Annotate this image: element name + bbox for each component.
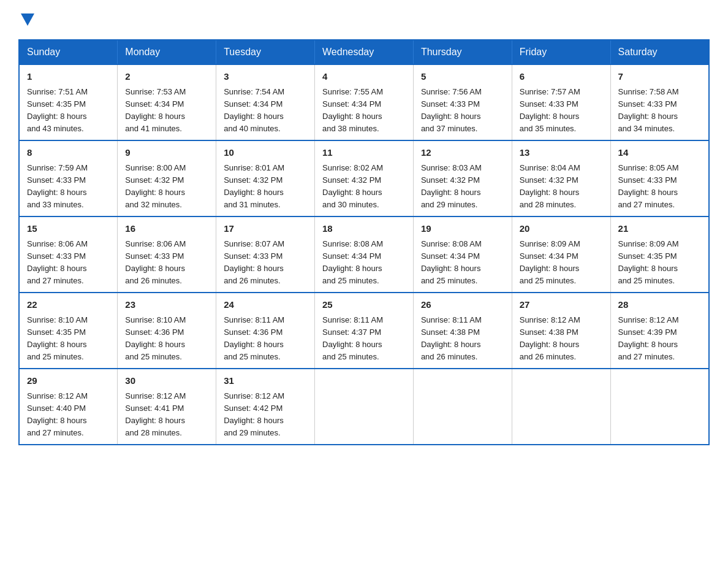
calendar-cell: 19Sunrise: 8:08 AMSunset: 4:34 PMDayligh… bbox=[413, 216, 512, 293]
calendar-cell: 14Sunrise: 8:05 AMSunset: 4:33 PMDayligh… bbox=[610, 140, 709, 216]
day-number: 3 bbox=[224, 70, 307, 84]
calendar-cell: 8Sunrise: 7:59 AMSunset: 4:33 PMDaylight… bbox=[19, 140, 118, 216]
calendar-cell: 1Sunrise: 7:51 AMSunset: 4:35 PMDaylight… bbox=[19, 64, 118, 140]
day-info: Sunrise: 8:12 AMSunset: 4:40 PMDaylight:… bbox=[27, 390, 110, 440]
logo-triangle-icon bbox=[21, 13, 34, 26]
calendar-cell: 15Sunrise: 8:06 AMSunset: 4:33 PMDayligh… bbox=[19, 216, 118, 293]
page-header bbox=[18, 12, 710, 28]
calendar-cell: 13Sunrise: 8:04 AMSunset: 4:32 PMDayligh… bbox=[512, 140, 610, 216]
calendar-cell: 17Sunrise: 8:07 AMSunset: 4:33 PMDayligh… bbox=[216, 216, 315, 293]
day-info: Sunrise: 8:12 AMSunset: 4:42 PMDaylight:… bbox=[224, 390, 307, 440]
day-number: 6 bbox=[520, 70, 603, 84]
calendar-cell: 27Sunrise: 8:12 AMSunset: 4:38 PMDayligh… bbox=[512, 293, 610, 369]
calendar-cell: 18Sunrise: 8:08 AMSunset: 4:34 PMDayligh… bbox=[315, 216, 414, 293]
day-number: 20 bbox=[520, 222, 603, 236]
day-number: 8 bbox=[27, 146, 110, 160]
day-number: 17 bbox=[224, 222, 307, 236]
day-info: Sunrise: 8:08 AMSunset: 4:34 PMDaylight:… bbox=[421, 238, 504, 288]
calendar-cell: 6Sunrise: 7:57 AMSunset: 4:33 PMDaylight… bbox=[512, 64, 610, 140]
day-header-row: SundayMondayTuesdayWednesdayThursdayFrid… bbox=[19, 40, 709, 64]
day-number: 1 bbox=[27, 70, 110, 84]
calendar-cell: 9Sunrise: 8:00 AMSunset: 4:32 PMDaylight… bbox=[118, 140, 216, 216]
day-number: 9 bbox=[125, 146, 208, 160]
day-info: Sunrise: 8:10 AMSunset: 4:35 PMDaylight:… bbox=[27, 314, 110, 364]
day-info: Sunrise: 8:12 AMSunset: 4:38 PMDaylight:… bbox=[520, 314, 603, 364]
day-info: Sunrise: 7:59 AMSunset: 4:33 PMDaylight:… bbox=[27, 162, 110, 212]
day-number: 12 bbox=[421, 146, 504, 160]
calendar-cell: 22Sunrise: 8:10 AMSunset: 4:35 PMDayligh… bbox=[19, 293, 118, 369]
calendar-cell: 20Sunrise: 8:09 AMSunset: 4:34 PMDayligh… bbox=[512, 216, 610, 293]
week-row-2: 8Sunrise: 7:59 AMSunset: 4:33 PMDaylight… bbox=[19, 140, 709, 216]
day-number: 7 bbox=[618, 70, 701, 84]
calendar-cell bbox=[315, 369, 414, 445]
logo bbox=[18, 12, 34, 28]
calendar-cell: 26Sunrise: 8:11 AMSunset: 4:38 PMDayligh… bbox=[413, 293, 512, 369]
day-of-week-wednesday: Wednesday bbox=[315, 40, 414, 64]
day-info: Sunrise: 8:01 AMSunset: 4:32 PMDaylight:… bbox=[224, 162, 307, 212]
calendar-cell: 2Sunrise: 7:53 AMSunset: 4:34 PMDaylight… bbox=[118, 64, 216, 140]
day-info: Sunrise: 8:09 AMSunset: 4:35 PMDaylight:… bbox=[618, 238, 701, 288]
day-number: 30 bbox=[125, 374, 208, 388]
day-info: Sunrise: 8:09 AMSunset: 4:34 PMDaylight:… bbox=[520, 238, 603, 288]
calendar-cell: 24Sunrise: 8:11 AMSunset: 4:36 PMDayligh… bbox=[216, 293, 315, 369]
day-info: Sunrise: 7:56 AMSunset: 4:33 PMDaylight:… bbox=[421, 86, 504, 136]
calendar-cell: 5Sunrise: 7:56 AMSunset: 4:33 PMDaylight… bbox=[413, 64, 512, 140]
calendar-cell bbox=[512, 369, 610, 445]
day-info: Sunrise: 8:00 AMSunset: 4:32 PMDaylight:… bbox=[125, 162, 208, 212]
day-info: Sunrise: 8:11 AMSunset: 4:38 PMDaylight:… bbox=[421, 314, 504, 364]
day-number: 29 bbox=[27, 374, 110, 388]
day-number: 2 bbox=[125, 70, 208, 84]
week-row-1: 1Sunrise: 7:51 AMSunset: 4:35 PMDaylight… bbox=[19, 64, 709, 140]
day-of-week-thursday: Thursday bbox=[413, 40, 512, 64]
day-info: Sunrise: 8:07 AMSunset: 4:33 PMDaylight:… bbox=[224, 238, 307, 288]
day-number: 25 bbox=[322, 298, 406, 312]
day-number: 11 bbox=[322, 146, 406, 160]
day-number: 31 bbox=[224, 374, 307, 388]
day-of-week-monday: Monday bbox=[118, 40, 216, 64]
calendar-cell: 10Sunrise: 8:01 AMSunset: 4:32 PMDayligh… bbox=[216, 140, 315, 216]
calendar-cell: 29Sunrise: 8:12 AMSunset: 4:40 PMDayligh… bbox=[19, 369, 118, 445]
day-info: Sunrise: 7:55 AMSunset: 4:34 PMDaylight:… bbox=[322, 86, 406, 136]
day-of-week-saturday: Saturday bbox=[610, 40, 709, 64]
day-number: 27 bbox=[520, 298, 603, 312]
day-number: 19 bbox=[421, 222, 504, 236]
calendar-cell: 21Sunrise: 8:09 AMSunset: 4:35 PMDayligh… bbox=[610, 216, 709, 293]
day-of-week-sunday: Sunday bbox=[19, 40, 118, 64]
day-info: Sunrise: 8:08 AMSunset: 4:34 PMDaylight:… bbox=[322, 238, 406, 288]
day-number: 13 bbox=[520, 146, 603, 160]
day-info: Sunrise: 7:57 AMSunset: 4:33 PMDaylight:… bbox=[520, 86, 603, 136]
day-number: 28 bbox=[618, 298, 701, 312]
day-number: 26 bbox=[421, 298, 504, 312]
calendar-cell bbox=[610, 369, 709, 445]
day-info: Sunrise: 8:12 AMSunset: 4:41 PMDaylight:… bbox=[125, 390, 208, 440]
week-row-3: 15Sunrise: 8:06 AMSunset: 4:33 PMDayligh… bbox=[19, 216, 709, 293]
calendar-table: SundayMondayTuesdayWednesdayThursdayFrid… bbox=[18, 39, 710, 445]
day-info: Sunrise: 8:06 AMSunset: 4:33 PMDaylight:… bbox=[27, 238, 110, 288]
calendar-cell: 23Sunrise: 8:10 AMSunset: 4:36 PMDayligh… bbox=[118, 293, 216, 369]
day-info: Sunrise: 7:58 AMSunset: 4:33 PMDaylight:… bbox=[618, 86, 701, 136]
day-number: 23 bbox=[125, 298, 208, 312]
day-info: Sunrise: 8:06 AMSunset: 4:33 PMDaylight:… bbox=[125, 238, 208, 288]
week-row-5: 29Sunrise: 8:12 AMSunset: 4:40 PMDayligh… bbox=[19, 369, 709, 445]
day-info: Sunrise: 8:11 AMSunset: 4:37 PMDaylight:… bbox=[322, 314, 406, 364]
calendar-cell: 3Sunrise: 7:54 AMSunset: 4:34 PMDaylight… bbox=[216, 64, 315, 140]
calendar-cell: 31Sunrise: 8:12 AMSunset: 4:42 PMDayligh… bbox=[216, 369, 315, 445]
day-of-week-tuesday: Tuesday bbox=[216, 40, 315, 64]
day-number: 21 bbox=[618, 222, 701, 236]
day-info: Sunrise: 7:54 AMSunset: 4:34 PMDaylight:… bbox=[224, 86, 307, 136]
day-info: Sunrise: 7:51 AMSunset: 4:35 PMDaylight:… bbox=[27, 86, 110, 136]
day-number: 24 bbox=[224, 298, 307, 312]
day-info: Sunrise: 7:53 AMSunset: 4:34 PMDaylight:… bbox=[125, 86, 208, 136]
calendar-cell: 25Sunrise: 8:11 AMSunset: 4:37 PMDayligh… bbox=[315, 293, 414, 369]
day-info: Sunrise: 8:11 AMSunset: 4:36 PMDaylight:… bbox=[224, 314, 307, 364]
day-number: 4 bbox=[322, 70, 406, 84]
day-number: 10 bbox=[224, 146, 307, 160]
calendar-cell: 16Sunrise: 8:06 AMSunset: 4:33 PMDayligh… bbox=[118, 216, 216, 293]
day-number: 15 bbox=[27, 222, 110, 236]
day-info: Sunrise: 8:03 AMSunset: 4:32 PMDaylight:… bbox=[421, 162, 504, 212]
day-number: 16 bbox=[125, 222, 208, 236]
calendar-cell: 11Sunrise: 8:02 AMSunset: 4:32 PMDayligh… bbox=[315, 140, 414, 216]
day-of-week-friday: Friday bbox=[512, 40, 610, 64]
calendar-cell bbox=[413, 369, 512, 445]
svg-marker-0 bbox=[21, 13, 34, 26]
